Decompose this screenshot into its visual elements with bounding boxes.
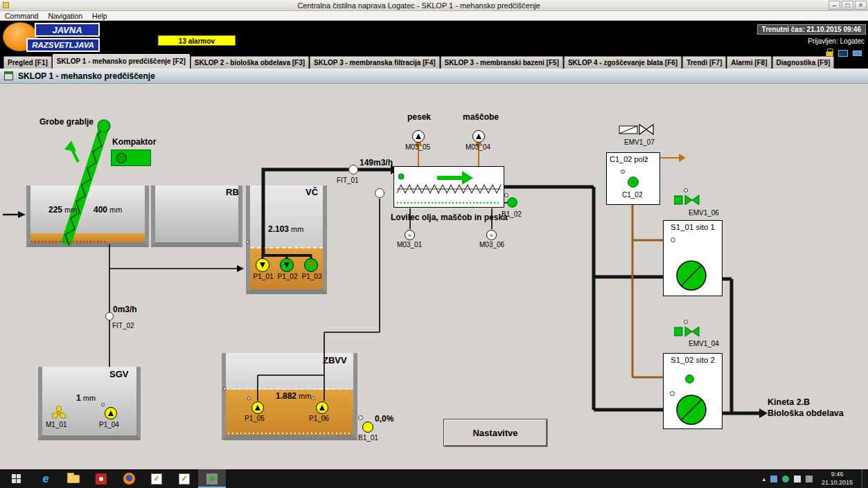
separator-title: Lovilec olja, maščob in peska (391, 213, 508, 222)
windows-logo-icon (12, 474, 21, 483)
valve-emv1-06[interactable] (674, 195, 700, 206)
show-desktop-button[interactable] (862, 469, 865, 488)
kompaktor-label: Kompaktor (112, 137, 156, 147)
settings-button[interactable]: Nastavitve (443, 419, 547, 446)
logo-text-line1: JAVNA (35, 23, 100, 37)
tray-icon[interactable] (770, 476, 777, 482)
sensor-b1-01[interactable] (362, 422, 373, 433)
taskbar-firefox-icon[interactable] (115, 469, 143, 488)
pump-p1-03-tag: P1_03 (299, 273, 324, 280)
mixer-m1-01[interactable] (51, 406, 67, 421)
pump-p1-03[interactable] (304, 258, 318, 272)
s1-01-dot (671, 237, 675, 242)
motor-m03-01[interactable]: ≈ (405, 230, 415, 240)
tab-sklop2[interactable]: SKLOP 2 - biološka obdelava [F3] (191, 56, 309, 69)
taskbar-red-app-icon[interactable] (87, 469, 115, 488)
sieve-s1-01[interactable]: S1_01 sito 1 (663, 220, 723, 296)
taskbar-explorer-icon[interactable] (60, 469, 87, 488)
valve-emv1-07[interactable] (619, 123, 655, 136)
page-icon (4, 71, 13, 80)
tab-alarmi[interactable]: Alarmi [F8] (727, 56, 771, 69)
pump-m03-05[interactable] (412, 130, 425, 143)
pump-p1-01[interactable] (256, 258, 269, 272)
b1-02-dot (504, 193, 508, 197)
alarm-count-button[interactable]: 13 alarmov (158, 35, 236, 46)
grobe-grablje-label: Grobe grablje (39, 117, 94, 127)
grit-level-b: 400 mm (94, 205, 122, 215)
taskbar-check-app2-icon[interactable]: ✓ (170, 469, 198, 488)
valve-emv1-04[interactable] (674, 326, 700, 337)
page-subheader: SKLOP 1 - mehansko predčiščenje (0, 69, 868, 84)
pump-p1-04[interactable] (105, 407, 117, 419)
tab-sklop3-bazeni[interactable]: SKLOP 3 - membranski bazeni [F5] (441, 56, 563, 69)
fit01-value: 149m3/h (360, 158, 393, 168)
scada-diagram: Grobe grablje Kompaktor 225 mm 400 mm RB… (0, 84, 868, 469)
sensor-b1-01-value: 0,0% (375, 414, 393, 424)
emv1-06-dot (684, 188, 688, 192)
c1-02-motor-icon: × (628, 177, 639, 188)
tray-icon[interactable] (782, 476, 789, 482)
separator-inlet-dot (375, 188, 384, 198)
windows-taskbar: e ✓ ✓ ▴ 9:46 21.10.2015 (0, 469, 868, 488)
fit02-meter[interactable] (105, 312, 114, 320)
start-button[interactable] (0, 469, 32, 488)
tray-time: 9:46 (822, 471, 853, 478)
taskbar-scada-app-icon[interactable] (198, 469, 226, 488)
tab-sklop4[interactable]: SKLOP 4 - zgoščevanje blata [F6] (564, 56, 682, 69)
sensor-b1-01-tag: B1_01 (358, 434, 378, 442)
pump-p1-05[interactable] (251, 401, 264, 414)
close-button[interactable]: × (855, 1, 867, 10)
logged-in-user: Prijavljen: Logatec (808, 37, 866, 45)
tab-trendi[interactable]: Trendi [F7] (682, 56, 726, 69)
fit01-meter[interactable] (348, 165, 358, 174)
pump-p1-02-tag: P1_02 (275, 273, 300, 280)
motor-m03-01-tag: M03_01 (397, 241, 422, 248)
minimize-button[interactable]: – (829, 1, 840, 10)
taskbar-ie-icon[interactable]: e (32, 469, 60, 488)
s1-02-motor-icon (685, 374, 694, 383)
tab-pregled[interactable]: Pregled [F1] (3, 56, 52, 69)
tray-date: 21.10.2015 (822, 479, 853, 487)
sieve-s1-02[interactable]: S1_02 sito 2 (663, 353, 723, 429)
c1-02-screw-unit[interactable]: C1_02 polž × C1_02 (606, 152, 660, 205)
pump-p1-02[interactable] (280, 258, 294, 272)
page-title: SKLOP 1 - mehansko predčiščenje (18, 71, 155, 81)
pump-p1-06[interactable] (316, 401, 328, 414)
b1-01-dot (358, 415, 363, 420)
app-icon (3, 2, 9, 8)
s1-01-drum-icon (675, 260, 707, 291)
tray-clock[interactable]: 9:46 21.10.2015 (817, 471, 857, 487)
pump-p1-01-tag: P1_01 (251, 273, 276, 280)
tray-icon[interactable] (806, 476, 813, 482)
tab-sklop1[interactable]: SKLOP 1 - mehansko predčiščenje [F2] (53, 54, 190, 69)
menu-command[interactable]: Command (0, 12, 43, 20)
vc-level-sensor-dot (246, 240, 249, 244)
fit01-tag: FIT_01 (337, 177, 359, 184)
tab-sklop3-filtracija[interactable]: SKLOP 3 - membranska filtracija [F4] (310, 56, 439, 69)
maximize-button[interactable]: □ (842, 1, 853, 10)
pump-m03-04[interactable] (472, 130, 485, 143)
taskbar-check-app1-icon[interactable]: ✓ (143, 469, 170, 488)
motor-m03-06[interactable]: ≈ (486, 230, 497, 240)
pump-m03-05-tag: M03_05 (405, 143, 430, 151)
logo-text-line2: RAZSVETLJAVA (26, 38, 100, 52)
menu-bar: Command Navigation Help (0, 11, 868, 21)
menu-navigation[interactable]: Navigation (43, 12, 87, 20)
tab-diagnostika[interactable]: Diagnostika [F9] (772, 56, 835, 69)
system-tray: ▴ 9:46 21.10.2015 (762, 469, 868, 488)
zbvv-label: ZBVV (323, 355, 347, 365)
rb-label: RB (226, 187, 239, 197)
company-logo: JAVNA RAZSVETLJAVA (3, 22, 107, 53)
zbvv-level: 1.882 mm (276, 391, 311, 401)
menu-help[interactable]: Help (87, 12, 112, 20)
p1-06-dot (312, 397, 315, 400)
c1-02-dot (621, 170, 625, 174)
motor-m03-06-tag: M03_06 (479, 241, 504, 248)
oil-sand-separator-unit[interactable] (393, 166, 504, 208)
kompaktor-unit[interactable] (111, 150, 151, 166)
sensor-b1-02[interactable] (507, 197, 517, 208)
tray-expand-icon[interactable]: ▴ (762, 476, 765, 482)
vc-label: VČ (305, 187, 318, 197)
tray-icon[interactable] (794, 476, 801, 482)
c1-02-title: C1_02 polž (610, 155, 648, 163)
